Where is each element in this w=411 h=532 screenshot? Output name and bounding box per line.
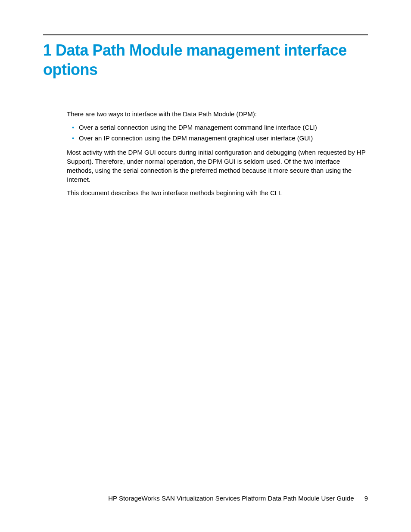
list-item-text: Over an IP connection using the DPM mana…	[79, 134, 313, 142]
intro-paragraph: There are two ways to interface with the…	[67, 109, 368, 118]
bullet-icon: •	[72, 123, 74, 132]
chapter-title: 1 Data Path Module management interface …	[43, 40, 368, 79]
bullet-list: • Over a serial connection using the DPM…	[67, 123, 368, 143]
page-footer: HP StorageWorks SAN Virtualization Servi…	[43, 495, 368, 502]
bullet-icon: •	[72, 134, 74, 143]
list-item: • Over a serial connection using the DPM…	[67, 123, 368, 132]
body-content: There are two ways to interface with the…	[67, 109, 368, 197]
page-container: 1 Data Path Module management interface …	[0, 0, 411, 532]
page-number: 9	[364, 495, 368, 502]
top-rule	[43, 34, 368, 35]
footer-guide-title: HP StorageWorks SAN Virtualization Servi…	[108, 495, 354, 502]
paragraph-3: This document describes the two interfac…	[67, 188, 368, 197]
list-item: • Over an IP connection using the DPM ma…	[67, 134, 368, 143]
list-item-text: Over a serial connection using the DPM m…	[79, 124, 317, 131]
paragraph-2: Most activity with the DPM GUI occurs du…	[67, 148, 368, 184]
